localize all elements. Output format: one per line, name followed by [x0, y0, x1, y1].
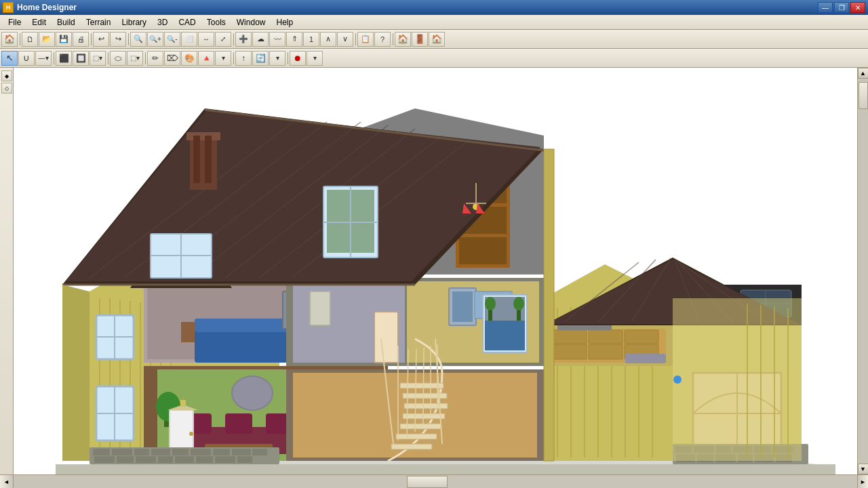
toolbar-up2[interactable]: ∧ [320, 32, 336, 47]
svg-rect-180 [215, 456, 235, 463]
toolbar-arrow-up3[interactable]: ↑ [235, 51, 252, 66]
toolbar-rect-dropdown[interactable]: ⬚▾ [90, 51, 106, 66]
sep10 [232, 51, 235, 66]
toolbar-shape1[interactable]: ⬭ [110, 51, 126, 66]
close-button[interactable]: ✕ [850, 2, 865, 13]
horizontal-scroll-track[interactable] [14, 475, 857, 489]
sep1 [18, 32, 21, 47]
svg-rect-168 [151, 449, 170, 455]
toolbar-cloud[interactable]: ☁ [252, 32, 269, 47]
toolbar-curve[interactable]: ∪ [18, 51, 35, 66]
menu-cad[interactable]: CAD [173, 16, 201, 28]
toolbar-triangle-dropdown[interactable]: ▾ [215, 51, 231, 66]
scroll-up-button[interactable]: ▲ [858, 68, 869, 79]
svg-rect-40 [459, 237, 507, 264]
window-controls: — ❐ ✕ [818, 2, 865, 13]
toolbar-line-dropdown[interactable]: —▾ [35, 51, 52, 66]
toolbar-search[interactable]: 🔍 [130, 32, 146, 47]
menu-3d[interactable]: 3D [152, 16, 173, 28]
toolbar-new[interactable]: 🗋 [22, 32, 38, 47]
toolbar-redo[interactable]: ↪ [110, 32, 126, 47]
canvas-area[interactable] [14, 68, 857, 474]
svg-rect-181 [237, 456, 252, 463]
left-panel: ◆ ◇ [0, 68, 14, 474]
toolbar-eraser[interactable]: ⌦ [164, 51, 180, 66]
toolbar-fill[interactable]: ⤢ [215, 32, 231, 47]
toolbar-house1[interactable]: 🏠 [395, 32, 411, 47]
toolbar-arrow-up[interactable]: ⇑ [286, 32, 302, 47]
svg-rect-171 [213, 449, 230, 455]
sep11 [286, 51, 289, 66]
toolbar-record-dropdown[interactable]: ▾ [307, 51, 323, 66]
svg-rect-105 [625, 354, 666, 363]
toolbar-triangle[interactable]: 🔺 [198, 51, 214, 66]
toolbar-counter[interactable]: 1 [303, 32, 319, 47]
menu-library[interactable]: Library [116, 16, 152, 28]
scroll-down-button[interactable]: ▼ [858, 464, 869, 474]
toolbar-rect2[interactable]: 🔲 [73, 51, 89, 66]
svg-marker-203 [62, 285, 90, 461]
scroll-right-button[interactable]: ► [857, 475, 868, 489]
menu-build[interactable]: Build [52, 16, 81, 28]
svg-rect-178 [175, 456, 194, 463]
svg-point-161 [189, 432, 193, 436]
toolbar-rect[interactable]: ⬛ [56, 51, 72, 66]
scroll-left-button[interactable]: ◄ [0, 475, 14, 489]
svg-rect-195 [56, 464, 835, 474]
svg-rect-150 [485, 321, 525, 350]
scroll-track[interactable] [858, 79, 869, 464]
menu-file[interactable]: File [3, 16, 26, 28]
house-illustration [14, 68, 857, 474]
toolbar-paint[interactable]: 🎨 [181, 51, 197, 66]
menu-help[interactable]: Help [271, 16, 298, 28]
svg-rect-63 [400, 424, 441, 429]
svg-point-152 [485, 297, 496, 310]
toolbar-zoom-in[interactable]: 🔍+ [147, 32, 163, 47]
svg-rect-65 [404, 403, 448, 409]
svg-rect-53 [310, 291, 330, 325]
sep3 [127, 32, 130, 47]
minimize-button[interactable]: — [818, 2, 833, 13]
toolbar-record[interactable]: ⏺ [290, 51, 306, 66]
menu-terrain[interactable]: Terrain [81, 16, 117, 28]
toolbar-wave[interactable]: 〰 [269, 32, 285, 47]
scroll-thumb[interactable] [859, 82, 868, 109]
svg-rect-100 [625, 330, 658, 344]
menu-edit[interactable]: Edit [26, 16, 52, 28]
toolbar-house2[interactable]: 🏠 [429, 32, 445, 47]
app-icon: H [3, 2, 14, 13]
horizontal-scroll-thumb[interactable] [407, 476, 448, 488]
toolbar-pencil[interactable]: ✏ [147, 51, 163, 66]
toolbar-rotate[interactable]: 🔄 [252, 51, 269, 66]
toolbar-shape-dropdown[interactable]: ⬚▾ [127, 51, 143, 66]
sep6 [391, 32, 394, 47]
menu-window[interactable]: Window [231, 16, 271, 28]
toolbar-save[interactable]: 💾 [56, 32, 72, 47]
toolbar-help[interactable]: ? [374, 32, 391, 47]
svg-rect-125 [205, 136, 212, 183]
title-bar: H Home Designer — ❐ ✕ [0, 0, 868, 15]
toolbar-select[interactable]: ↖ [1, 51, 18, 66]
toolbar-add[interactable]: ➕ [235, 32, 252, 47]
app-title: Home Designer [17, 3, 818, 12]
right-scrollbar: ▲ ▼ [857, 68, 868, 474]
toolbar-app-icon[interactable]: 🏠 [1, 32, 18, 47]
toolbar-rotate-dropdown[interactable]: ▾ [269, 51, 285, 66]
toolbar-catalog[interactable]: 📋 [357, 32, 374, 47]
svg-rect-169 [172, 449, 189, 455]
toolbar-open[interactable]: 📂 [39, 32, 55, 47]
toolbar-fit[interactable]: ⬜ [181, 32, 197, 47]
svg-rect-101 [553, 344, 587, 359]
menu-tools[interactable]: Tools [201, 16, 231, 28]
toolbar-zoom-out[interactable]: 🔍- [164, 32, 180, 47]
toolbar-print[interactable]: 🖨 [73, 32, 89, 47]
left-btn-2[interactable]: ◇ [1, 83, 12, 94]
restore-button[interactable]: ❐ [834, 2, 849, 13]
svg-point-154 [513, 297, 524, 310]
toolbar-undo[interactable]: ↩ [93, 32, 109, 47]
toolbar-down[interactable]: ∨ [337, 32, 353, 47]
left-btn-1[interactable]: ◆ [1, 70, 12, 81]
svg-rect-176 [136, 456, 156, 463]
toolbar-fit-width[interactable]: ↔ [198, 32, 214, 47]
toolbar-door[interactable]: 🚪 [412, 32, 428, 47]
